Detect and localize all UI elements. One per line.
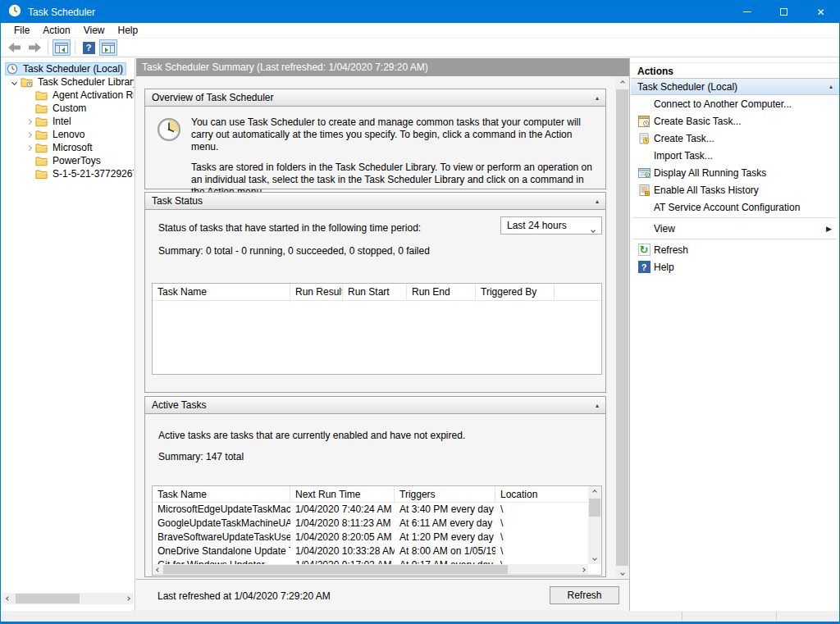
actions-panel: Actions Task Scheduler (Local) ▴ Connect… <box>631 58 839 611</box>
column-header-task-name[interactable]: Task Name <box>153 284 290 300</box>
tree-item-intel[interactable]: Intel <box>2 115 134 128</box>
tree-item-label: Task Scheduler Library <box>36 76 134 88</box>
action-import-task[interactable]: Import Task... <box>631 147 839 164</box>
tree-item-microsoft[interactable]: Microsoft <box>2 141 134 154</box>
toolbar-separator <box>75 41 75 54</box>
create-task-icon <box>636 133 652 144</box>
table-row[interactable]: BraveSoftwareUpdateTaskUserS-1-... 1/04/… <box>153 531 588 544</box>
tree-item-agent-activation[interactable]: Agent Activation Runt <box>2 89 134 102</box>
collapse-arrow-icon[interactable]: ▴ <box>596 94 599 102</box>
expand-chevron-icon[interactable] <box>22 146 35 150</box>
actions-group-header[interactable]: Task Scheduler (Local) ▴ <box>631 79 839 95</box>
actions-separator <box>632 239 838 239</box>
column-header-next-run-time[interactable]: Next Run Time <box>290 486 395 502</box>
tree-horizontal-scrollbar[interactable] <box>2 593 134 604</box>
tree-item-label: Lenovo <box>51 129 86 140</box>
column-header-task-name[interactable]: Task Name <box>153 486 290 502</box>
folder-icon <box>35 90 48 101</box>
help-toolbar-button[interactable]: ? <box>80 39 98 56</box>
action-connect-to-another-computer[interactable]: Connect to Another Computer... <box>631 95 839 112</box>
collapse-arrow-icon[interactable]: ▴ <box>596 198 599 205</box>
tree-item-task-scheduler-library[interactable]: Task Scheduler Library <box>2 75 134 89</box>
console-tree-icon <box>55 43 68 53</box>
active-tasks-section-header[interactable]: Active Tasks ▴ <box>145 397 605 414</box>
folder-icon <box>35 116 48 127</box>
actions-divider[interactable] <box>629 58 630 611</box>
action-create-basic-task[interactable]: Create Basic Task... <box>631 112 839 130</box>
column-header-run-result[interactable]: Run Result <box>290 284 343 300</box>
overview-section-header[interactable]: Overview of Task Scheduler ▴ <box>145 89 605 107</box>
time-period-dropdown[interactable]: Last 24 hours <box>500 216 602 235</box>
forward-button[interactable] <box>25 39 43 56</box>
tree-item-label: Microsoft <box>51 142 94 153</box>
table-row[interactable]: OneDrive Standalone Update Task-... 1/04… <box>153 544 588 558</box>
scrollbar-thumb[interactable] <box>163 565 508 574</box>
table-row[interactable]: MicrosoftEdgeUpdateTaskMachine... 1/04/2… <box>153 503 588 517</box>
library-folder-icon <box>21 77 33 88</box>
column-header-triggered-by[interactable]: Triggered By <box>476 284 555 300</box>
action-at-service-account-configuration[interactable]: AT Service Account Configuration <box>631 198 839 216</box>
action-display-all-running-tasks[interactable]: Display All Running Tasks <box>631 164 839 181</box>
task-status-section-header[interactable]: Task Status ▴ <box>145 193 605 210</box>
table-row[interactable]: Git for Windows Updater 1/04/2020 9:17:0… <box>153 558 588 564</box>
action-help[interactable]: ? Help <box>631 258 839 276</box>
column-header-triggers[interactable]: Triggers <box>395 486 495 502</box>
scrollbar-thumb[interactable] <box>616 89 628 566</box>
scroll-right-icon[interactable] <box>122 593 134 604</box>
menu-file[interactable]: File <box>7 23 36 38</box>
refresh-button[interactable]: Refresh <box>550 586 619 604</box>
column-header-run-start[interactable]: Run Start <box>343 284 407 300</box>
table-vertical-scrollbar[interactable] <box>588 486 601 564</box>
active-tasks-description: Active tasks are tasks that are currentl… <box>158 430 465 441</box>
folder-icon <box>35 103 48 114</box>
overview-clock-icon <box>157 117 181 144</box>
tree-item-task-scheduler-local[interactable]: Task Scheduler (Local) <box>2 62 134 75</box>
collapse-arrow-icon: ▴ <box>829 83 833 90</box>
back-button[interactable] <box>6 39 24 56</box>
overview-section: Overview of Task Scheduler ▴ You can use… <box>144 89 606 189</box>
menu-help[interactable]: Help <box>112 23 145 38</box>
column-header-location[interactable]: Location <box>495 486 588 502</box>
active-tasks-summary: Summary: 147 total <box>158 451 244 462</box>
action-enable-all-tasks-history[interactable]: Enable All Tasks History <box>631 181 839 198</box>
tree-divider[interactable] <box>135 58 135 611</box>
show-action-pane-button[interactable] <box>99 39 117 56</box>
show-console-tree-button[interactable] <box>52 39 71 56</box>
help-icon: ? <box>636 261 652 273</box>
summary-vertical-scrollbar[interactable] <box>615 76 629 579</box>
expand-chevron-icon[interactable] <box>22 120 35 124</box>
close-button[interactable]: ✕ <box>802 1 839 23</box>
scroll-down-icon[interactable] <box>588 553 601 564</box>
scrollbar-thumb[interactable] <box>16 594 80 604</box>
action-refresh[interactable]: ↻ Refresh <box>631 241 839 258</box>
scroll-down-icon[interactable] <box>615 567 629 579</box>
table-row[interactable]: GoogleUpdateTaskMachineUA 1/04/2020 8:11… <box>153 517 588 531</box>
scroll-right-icon[interactable] <box>578 564 588 575</box>
table-horizontal-scrollbar[interactable] <box>153 564 588 575</box>
maximize-button[interactable] <box>765 1 802 23</box>
scroll-up-icon[interactable] <box>588 486 601 498</box>
action-create-task[interactable]: Create Task... <box>631 130 839 147</box>
tree-item-lenovo[interactable]: Lenovo <box>2 128 134 141</box>
menu-action[interactable]: Action <box>36 23 76 38</box>
app-clock-icon <box>8 4 21 20</box>
active-tasks-section: Active Tasks ▴ Active tasks are tasks th… <box>144 396 606 577</box>
tree-item-powertoys[interactable]: PowerToys <box>2 154 134 167</box>
scroll-up-icon[interactable] <box>615 76 629 89</box>
last-refreshed-text: Last refreshed at 1/04/2020 7:29:20 AM <box>158 590 331 602</box>
action-view[interactable]: View ▶ <box>631 220 839 237</box>
collapse-arrow-icon[interactable]: ▴ <box>596 402 599 409</box>
tree-item-sid-folder[interactable]: S-1-5-21-3772926790- <box>2 167 134 180</box>
title-bar: Task Scheduler ✕ <box>1 1 839 23</box>
column-header-run-end[interactable]: Run End <box>407 284 476 300</box>
scroll-left-icon[interactable] <box>2 593 14 604</box>
scroll-left-icon[interactable] <box>153 564 163 575</box>
scrollbar-thumb[interactable] <box>589 499 600 517</box>
expand-chevron-icon[interactable] <box>7 80 21 84</box>
tree-item-custom[interactable]: Custom <box>2 102 134 115</box>
tree-item-label: Agent Activation Runt <box>51 89 134 101</box>
menu-view[interactable]: View <box>77 23 112 38</box>
expand-chevron-icon[interactable] <box>22 133 35 137</box>
overview-title: Overview of Task Scheduler <box>152 92 596 103</box>
minimize-button[interactable] <box>728 1 765 23</box>
